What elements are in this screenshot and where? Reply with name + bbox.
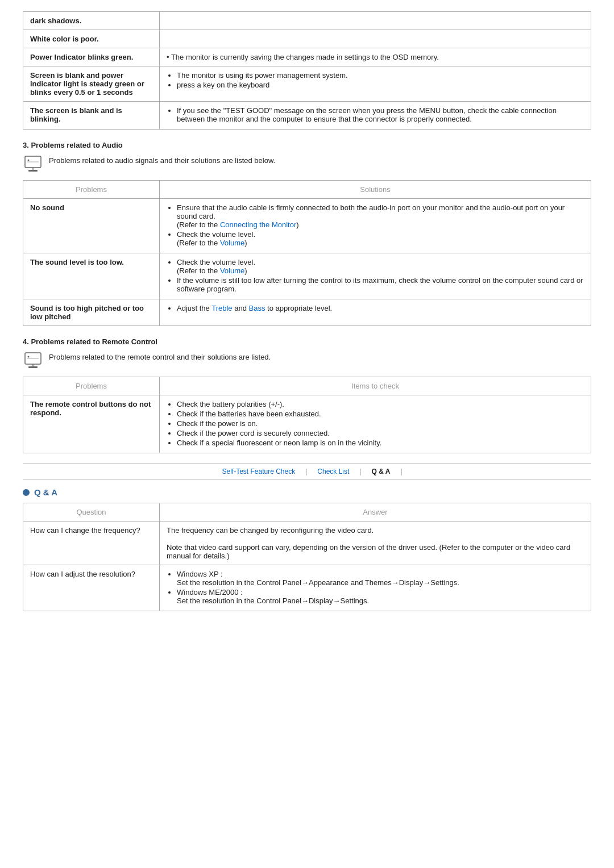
- audio-problem-3: Sound is too high pitched or too low pit…: [23, 299, 160, 326]
- table-row: dark shadows.: [23, 12, 591, 30]
- table-row: Power Indicator blinks green. • The moni…: [23, 48, 591, 66]
- audio-problem-2: The sound level is too low.: [23, 253, 160, 299]
- solution-cell: The monitor is using its power managemen…: [160, 66, 591, 102]
- remote-problems-table: Problems Items to check The remote contr…: [23, 377, 591, 453]
- audio-solution-3: Adjust the Treble and Bass to appropriat…: [160, 299, 591, 326]
- audio-problem-1: No sound: [23, 199, 160, 253]
- qa-section: Q & A Question Answer How can I change t…: [23, 487, 591, 611]
- qa-dot-icon: [23, 489, 30, 496]
- qa-col-answer: Answer: [160, 503, 591, 521]
- problem-cell: White color is poor.: [23, 30, 160, 48]
- qa-col-question: Question: [23, 503, 160, 521]
- table-row: The screen is blank and is blinking. If …: [23, 102, 591, 130]
- problem-cell: Screen is blank and power indicator ligh…: [23, 66, 160, 102]
- audio-solution-1: Ensure that the audio cable is firmly co…: [160, 199, 591, 253]
- solution-cell: • The monitor is currently saving the ch…: [160, 48, 591, 66]
- table-row: How can I adjust the resolution? Windows…: [23, 565, 591, 611]
- audio-problems-table: Problems Solutions No sound Ensure that …: [23, 180, 591, 326]
- qa-answer-2: Windows XP :Set the resolution in the Co…: [160, 565, 591, 611]
- problem-cell: The screen is blank and is blinking.: [23, 102, 160, 130]
- qa-title-block: Q & A: [23, 487, 591, 497]
- link-volume-1[interactable]: Volume: [220, 239, 244, 247]
- qa-table: Question Answer How can I change the fre…: [23, 503, 591, 611]
- audio-section: 3. Problems related to Audio Problems re…: [23, 141, 591, 326]
- nav-check-list[interactable]: Check List: [307, 468, 359, 475]
- table-row: The remote control buttons do not respon…: [23, 395, 591, 453]
- table-row: No sound Ensure that the audio cable is …: [23, 199, 591, 253]
- audio-icon: [23, 154, 43, 174]
- svg-point-9: [28, 356, 30, 358]
- table-row: Sound is too high pitched or too low pit…: [23, 299, 591, 326]
- link-volume-2[interactable]: Volume: [220, 266, 244, 275]
- table-row: How can I change the frequency? The freq…: [23, 521, 591, 565]
- qa-answer-1: The frequency can be changed by reconfig…: [160, 521, 591, 565]
- link-treble[interactable]: Treble: [211, 304, 232, 312]
- problem-cell: Power Indicator blinks green.: [23, 48, 160, 66]
- svg-rect-7: [28, 366, 38, 368]
- link-bass[interactable]: Bass: [249, 304, 265, 312]
- table-row: The sound level is too low. Check the vo…: [23, 253, 591, 299]
- solution-cell: If you see the "TEST GOOD" message on th…: [160, 102, 591, 130]
- nav-sep-3: |: [400, 468, 402, 475]
- audio-col-solutions: Solutions: [160, 181, 591, 199]
- nav-bar: Self-Test Feature Check | Check List | Q…: [23, 464, 591, 479]
- table-row: White color is poor.: [23, 30, 591, 48]
- nav-qa[interactable]: Q & A: [361, 468, 400, 475]
- remote-icon-desc: Problems related to the remote control a…: [49, 350, 271, 361]
- remote-solution-1: Check the battery polarities (+/-). Chec…: [160, 395, 591, 453]
- audio-icon-block: Problems related to audio signals and th…: [23, 154, 591, 174]
- remote-col-items: Items to check: [160, 377, 591, 395]
- top-continuation-table: dark shadows. White color is poor. Power…: [23, 11, 591, 130]
- nav-self-test[interactable]: Self-Test Feature Check: [211, 468, 305, 475]
- svg-point-4: [28, 160, 30, 161]
- table-row: Screen is blank and power indicator ligh…: [23, 66, 591, 102]
- audio-icon-desc: Problems related to audio signals and th…: [49, 154, 275, 165]
- audio-solution-2: Check the volume level.(Refer to the Vol…: [160, 253, 591, 299]
- remote-col-problems: Problems: [23, 377, 160, 395]
- audio-col-problems: Problems: [23, 181, 160, 199]
- remote-icon: [23, 350, 43, 371]
- remote-section-title: 4. Problems related to Remote Control: [23, 337, 591, 346]
- solution-cell: [160, 12, 591, 30]
- remote-icon-block: Problems related to the remote control a…: [23, 350, 591, 371]
- audio-section-title: 3. Problems related to Audio: [23, 141, 591, 149]
- remote-section: 4. Problems related to Remote Control Pr…: [23, 337, 591, 453]
- link-connecting-monitor[interactable]: Connecting the Monitor: [220, 220, 296, 229]
- qa-question-1: How can I change the frequency?: [23, 521, 160, 565]
- problem-cell: dark shadows.: [23, 12, 160, 30]
- qa-heading: Q & A: [34, 487, 57, 497]
- remote-problem-1: The remote control buttons do not respon…: [23, 395, 160, 453]
- qa-question-2: How can I adjust the resolution?: [23, 565, 160, 611]
- svg-rect-2: [28, 170, 38, 172]
- solution-cell: [160, 30, 591, 48]
